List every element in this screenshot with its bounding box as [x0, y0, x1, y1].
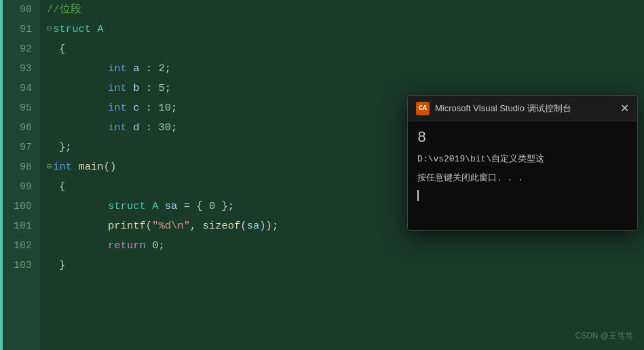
line-num-90: 90 — [3, 0, 40, 20]
colon-95: : — [140, 98, 159, 118]
code-line-91: ⊟ struct A — [40, 20, 637, 39]
terminal-press-key-line: 按任意键关闭此窗口. . . — [417, 172, 628, 185]
semi-93: ; — [165, 59, 171, 79]
line-num-102: 102 — [3, 236, 40, 256]
line-num-103: 103 — [3, 256, 40, 275]
var-a: a — [133, 59, 139, 79]
line-num-95: 95 — [3, 98, 40, 118]
comma-101: , — [190, 216, 203, 236]
terminal-cursor-line — [417, 190, 628, 201]
line-num-97: 97 — [3, 138, 40, 157]
terminal-title-left: CA Microsoft Visual Studio 调试控制台 — [416, 102, 571, 115]
sizeof-fn: sizeof — [203, 216, 241, 236]
semi-96: ; — [171, 118, 177, 138]
terminal-body: 8 D:\vs2019\bit\自定义类型这 按任意键关闭此窗口. . . — [408, 121, 637, 230]
int-keyword-98: int — [53, 157, 72, 177]
paren-sizeof: ( — [240, 216, 246, 236]
struct-name-91: A — [97, 20, 103, 39]
code-line-90: //位段 — [40, 0, 637, 20]
space-91 — [91, 20, 97, 39]
brace-close-103: } — [59, 256, 65, 275]
code-line-102: return 0 ; — [40, 236, 637, 256]
fold-indicator-98[interactable]: ⊟ — [47, 157, 52, 177]
close-101: )); — [259, 216, 278, 236]
space-98 — [72, 157, 78, 177]
space-93 — [127, 59, 133, 79]
num-10: 10 — [158, 98, 171, 118]
terminal-path-text: D:\vs2019\bit\自定义类型这 — [417, 154, 544, 164]
terminal-output-number: 8 — [417, 130, 628, 147]
colon-93: : — [140, 59, 159, 79]
num-2: 2 — [158, 59, 164, 79]
terminal-path-line: D:\vs2019\bit\自定义类型这 — [417, 153, 628, 166]
num-0-100: 0 — [209, 197, 215, 216]
var-b: b — [133, 79, 139, 98]
num-5: 5 — [158, 79, 164, 98]
int-keyword-96: int — [108, 118, 127, 138]
num-30: 30 — [158, 118, 171, 138]
terminal-window: CA Microsoft Visual Studio 调试控制台 ✕ 8 D:\… — [407, 95, 638, 231]
parens-98: () — [104, 157, 117, 177]
code-line-93: int a : 2 ; — [40, 59, 637, 79]
var-c: c — [133, 98, 139, 118]
line-num-98: 98 — [3, 157, 40, 177]
terminal-title-text: Microsoft Visual Studio 调试控制台 — [435, 102, 571, 115]
line-num-96: 96 — [3, 118, 40, 138]
space-100b — [158, 197, 164, 216]
line-num-99: 99 — [3, 177, 40, 197]
line-num-93: 93 — [3, 59, 40, 79]
format-str: "%d\n" — [152, 216, 190, 236]
int-keyword-95: int — [108, 98, 127, 118]
num-0-102: 0 — [152, 236, 158, 256]
var-sa-101: sa — [247, 216, 260, 236]
terminal-press-key-text: 按任意键关闭此窗口. . . — [417, 173, 523, 183]
space-95 — [127, 98, 133, 118]
int-keyword-93: int — [108, 59, 127, 79]
space-100a — [146, 197, 152, 216]
line-num-94: 94 — [3, 79, 40, 98]
fold-indicator-91[interactable]: ⊟ — [47, 20, 52, 39]
comment-token: //位段 — [47, 0, 81, 20]
struct-keyword-100: struct — [108, 197, 146, 216]
space-102 — [146, 236, 152, 256]
main-fn-name: main — [78, 157, 103, 177]
line-num-91: 91 — [3, 20, 40, 39]
space-96 — [127, 118, 133, 138]
brace-open-92: { — [59, 39, 65, 59]
terminal-close-button[interactable]: ✕ — [620, 103, 629, 114]
terminal-cursor — [417, 190, 419, 201]
semi-95: ; — [171, 98, 177, 118]
semi-94: ; — [165, 79, 171, 98]
terminal-titlebar: CA Microsoft Visual Studio 调试控制台 ✕ — [408, 96, 637, 121]
int-keyword-94: int — [108, 79, 127, 98]
colon-94: : — [140, 79, 159, 98]
var-sa-100: sa — [165, 197, 178, 216]
var-d: d — [133, 118, 139, 138]
colon-96: : — [140, 118, 159, 138]
paren-open-101: ( — [146, 216, 152, 236]
terminal-app-icon: CA — [416, 102, 430, 115]
assign-100: = { — [177, 197, 209, 216]
code-line-103: } — [40, 256, 637, 275]
close-100: }; — [215, 197, 234, 216]
scrollbar[interactable] — [637, 0, 644, 350]
code-editor: 90 91 92 93 94 95 96 97 98 99 100 101 10… — [0, 0, 644, 350]
semi-102: ; — [158, 236, 164, 256]
watermark: CSDN @王笃笃 — [575, 330, 633, 342]
watermark-text: CSDN @王笃笃 — [575, 331, 633, 341]
return-keyword: return — [108, 236, 146, 256]
code-line-92: { — [40, 39, 637, 59]
printf-fn: printf — [108, 216, 146, 236]
space-94 — [127, 79, 133, 98]
line-num-101: 101 — [3, 216, 40, 236]
struct-keyword-91: struct — [53, 20, 91, 39]
line-num-92: 92 — [3, 39, 40, 59]
brace-open-99: { — [59, 177, 65, 197]
line-numbers: 90 91 92 93 94 95 96 97 98 99 100 101 10… — [3, 0, 40, 350]
struct-end-97: }; — [59, 138, 72, 157]
struct-type-100: A — [152, 197, 158, 216]
line-num-100: 100 — [3, 197, 40, 216]
